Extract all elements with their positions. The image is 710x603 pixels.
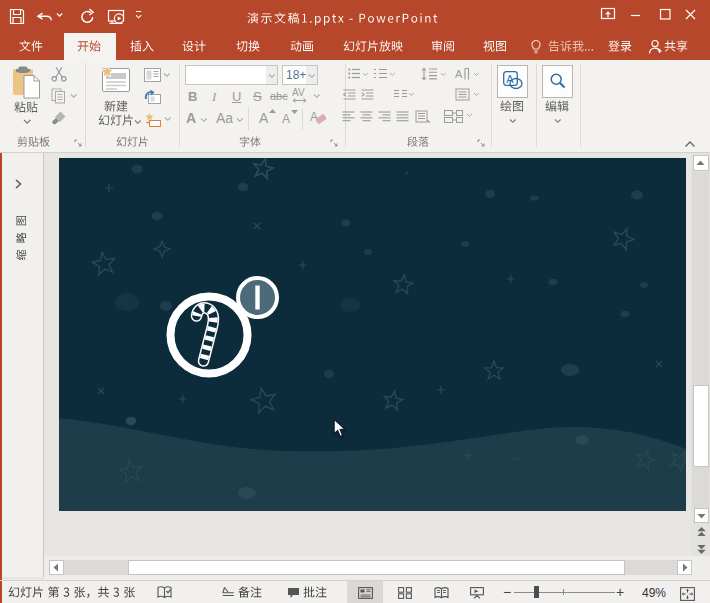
svg-text:AV: AV [292, 88, 305, 98]
svg-text:A: A [310, 110, 318, 124]
svg-text:A: A [455, 68, 463, 80]
